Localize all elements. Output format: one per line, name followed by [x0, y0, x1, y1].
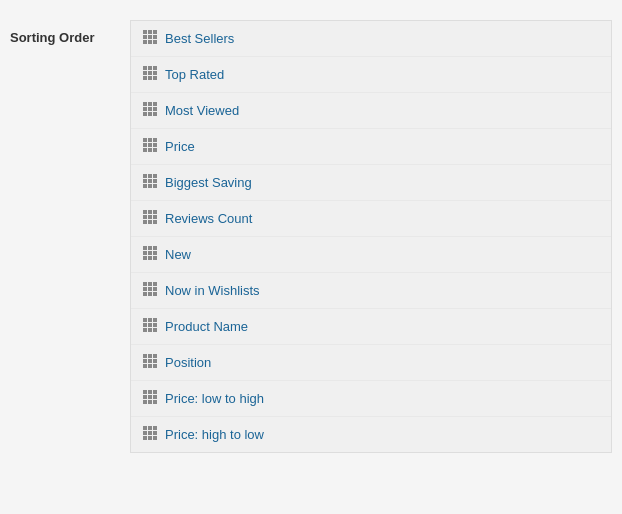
svg-rect-27: [143, 138, 147, 142]
list-item-most-viewed[interactable]: Most Viewed: [131, 93, 611, 129]
list-item-price-low-to-high[interactable]: Price: low to high: [131, 381, 611, 417]
svg-rect-98: [153, 400, 157, 404]
svg-rect-46: [148, 210, 152, 214]
svg-rect-101: [153, 426, 157, 430]
drag-handle-icon: [143, 282, 157, 299]
svg-rect-104: [153, 431, 157, 435]
list-item-best-sellers[interactable]: Best Sellers: [131, 21, 611, 57]
svg-rect-35: [153, 148, 157, 152]
item-label-now-in-wishlists: Now in Wishlists: [165, 283, 260, 298]
svg-rect-34: [148, 148, 152, 152]
svg-rect-95: [153, 395, 157, 399]
svg-rect-9: [143, 66, 147, 70]
drag-handle-icon: [143, 426, 157, 443]
list-item-biggest-saving[interactable]: Biggest Saving: [131, 165, 611, 201]
svg-rect-97: [148, 400, 152, 404]
item-label-most-viewed: Most Viewed: [165, 103, 239, 118]
svg-rect-6: [143, 40, 147, 44]
sorting-order-label: Sorting Order: [10, 20, 130, 45]
svg-rect-74: [153, 318, 157, 322]
svg-rect-76: [148, 323, 152, 327]
svg-rect-25: [148, 112, 152, 116]
svg-rect-52: [148, 220, 152, 224]
svg-rect-32: [153, 143, 157, 147]
svg-rect-33: [143, 148, 147, 152]
list-item-position[interactable]: Position: [131, 345, 611, 381]
svg-rect-50: [153, 215, 157, 219]
svg-rect-105: [143, 436, 147, 440]
svg-rect-28: [148, 138, 152, 142]
svg-rect-45: [143, 210, 147, 214]
svg-rect-90: [143, 390, 147, 394]
svg-rect-103: [148, 431, 152, 435]
drag-handle-icon: [143, 102, 157, 119]
svg-rect-15: [143, 76, 147, 80]
svg-rect-107: [153, 436, 157, 440]
svg-rect-17: [153, 76, 157, 80]
svg-rect-94: [148, 395, 152, 399]
svg-rect-19: [148, 102, 152, 106]
svg-rect-96: [143, 400, 147, 404]
item-label-biggest-saving: Biggest Saving: [165, 175, 252, 190]
svg-rect-63: [143, 282, 147, 286]
svg-rect-47: [153, 210, 157, 214]
svg-rect-38: [153, 174, 157, 178]
svg-rect-20: [153, 102, 157, 106]
list-item-new[interactable]: New: [131, 237, 611, 273]
drag-handle-icon: [143, 66, 157, 83]
list-item-price[interactable]: Price: [131, 129, 611, 165]
svg-rect-12: [143, 71, 147, 75]
list-item-now-in-wishlists[interactable]: Now in Wishlists: [131, 273, 611, 309]
list-item-top-rated[interactable]: Top Rated: [131, 57, 611, 93]
svg-rect-13: [148, 71, 152, 75]
svg-rect-81: [143, 354, 147, 358]
svg-rect-92: [153, 390, 157, 394]
svg-rect-5: [153, 35, 157, 39]
item-label-product-name: Product Name: [165, 319, 248, 334]
drag-handle-icon: [143, 174, 157, 191]
svg-rect-62: [153, 256, 157, 260]
svg-rect-0: [143, 30, 147, 34]
svg-rect-40: [148, 179, 152, 183]
sorting-order-list: Best Sellers Top Rated Most Viewed: [130, 20, 612, 453]
svg-rect-44: [153, 184, 157, 188]
svg-rect-70: [148, 292, 152, 296]
svg-rect-56: [153, 246, 157, 250]
drag-handle-icon: [143, 390, 157, 407]
svg-rect-93: [143, 395, 147, 399]
svg-rect-37: [148, 174, 152, 178]
svg-rect-29: [153, 138, 157, 142]
svg-rect-36: [143, 174, 147, 178]
svg-rect-100: [148, 426, 152, 430]
item-label-best-sellers: Best Sellers: [165, 31, 234, 46]
svg-rect-82: [148, 354, 152, 358]
list-item-product-name[interactable]: Product Name: [131, 309, 611, 345]
item-label-price: Price: [165, 139, 195, 154]
svg-rect-22: [148, 107, 152, 111]
svg-rect-11: [153, 66, 157, 70]
svg-rect-57: [143, 251, 147, 255]
svg-rect-2: [153, 30, 157, 34]
svg-rect-21: [143, 107, 147, 111]
svg-rect-99: [143, 426, 147, 430]
drag-handle-icon: [143, 30, 157, 47]
list-item-price-high-to-low[interactable]: Price: high to low: [131, 417, 611, 452]
drag-handle-icon: [143, 210, 157, 227]
svg-rect-55: [148, 246, 152, 250]
svg-rect-106: [148, 436, 152, 440]
svg-rect-80: [153, 328, 157, 332]
svg-rect-64: [148, 282, 152, 286]
svg-rect-53: [153, 220, 157, 224]
list-item-reviews-count[interactable]: Reviews Count: [131, 201, 611, 237]
svg-rect-7: [148, 40, 152, 44]
drag-handle-icon: [143, 318, 157, 335]
svg-rect-48: [143, 215, 147, 219]
svg-rect-58: [148, 251, 152, 255]
item-label-reviews-count: Reviews Count: [165, 211, 252, 226]
svg-rect-66: [143, 287, 147, 291]
svg-rect-49: [148, 215, 152, 219]
svg-rect-39: [143, 179, 147, 183]
svg-rect-73: [148, 318, 152, 322]
svg-rect-85: [148, 359, 152, 363]
svg-rect-59: [153, 251, 157, 255]
